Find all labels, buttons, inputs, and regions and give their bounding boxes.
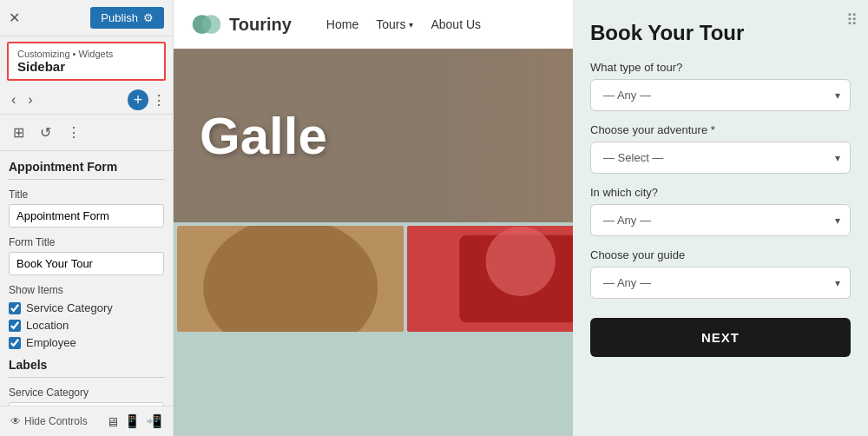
city-label: In which city? [590, 186, 851, 199]
close-button[interactable]: ✕ [9, 10, 20, 26]
publish-label: Publish [101, 11, 138, 24]
preview-logo: Touriny [191, 9, 292, 40]
next-button[interactable]: NEXT [590, 318, 851, 357]
service-category-checkbox-label: Service Category [26, 301, 113, 314]
hide-controls-button[interactable]: 👁 Hide Controls [10, 415, 88, 427]
form-title-label: Form Title [9, 236, 164, 248]
logo-icon [191, 9, 222, 40]
city-field: In which city? — Any — ▾ [590, 186, 851, 236]
location-checkbox-row: Location [9, 319, 164, 332]
service-category-checkbox[interactable] [9, 302, 21, 314]
breadcrumb-title: Sidebar [17, 59, 155, 74]
nav-bar: ‹ › + ⋮ [0, 86, 173, 115]
forward-button[interactable]: › [23, 90, 36, 109]
service-category-label-group: Service Category [9, 386, 164, 406]
eye-icon: 👁 [10, 415, 21, 427]
tour-type-select[interactable]: — Any — [590, 79, 851, 111]
tour-type-field: What type of tour? — Any — ▾ [590, 61, 851, 111]
device-buttons: 🖥 📱 📲 [106, 413, 162, 429]
hide-controls-label: Hide Controls [24, 415, 88, 427]
svg-point-1 [202, 15, 221, 34]
chevron-down-icon: ▾ [409, 20, 413, 30]
service-category-checkbox-row: Service Category [9, 301, 164, 314]
nav-about[interactable]: About Us [431, 17, 481, 31]
guide-select-wrapper: — Any — ▾ [590, 267, 851, 299]
panel-content: Appointment Form Title Form Title Show I… [0, 151, 173, 406]
nav-tours[interactable]: Tours ▾ [376, 17, 413, 31]
more-options-button[interactable]: ⋮ [152, 92, 166, 109]
title-label: Title [9, 188, 164, 201]
image-block-1 [177, 226, 404, 332]
city-select-wrapper: — Any — ▾ [590, 204, 851, 236]
tour-type-select-wrapper: — Any — ▾ [590, 79, 851, 111]
location-checkbox-label: Location [26, 319, 69, 332]
svg-point-18 [486, 227, 556, 296]
gallery-title: Galle [174, 106, 327, 166]
form-title-field-group: Form Title [9, 236, 164, 275]
employee-checkbox-label: Employee [26, 336, 76, 349]
city-select[interactable]: — Any — [590, 204, 851, 236]
adventure-select-wrapper: — Select — ▾ [590, 142, 851, 174]
adventure-select[interactable]: — Select — [590, 142, 851, 174]
widget-menu-button[interactable]: ⋮ [62, 122, 85, 143]
title-input[interactable] [9, 204, 164, 228]
tour-type-label: What type of tour? [590, 61, 851, 74]
guide-select[interactable]: — Any — [590, 267, 851, 299]
preview-nav-links: Home Tours ▾ About Us [326, 17, 481, 31]
labels-section-title: Labels [9, 358, 164, 378]
grid-view-button[interactable]: ⊞ [9, 122, 29, 143]
decorative-dots: ⠿ [846, 10, 858, 30]
booking-title: Book Your Tour [590, 21, 851, 45]
main-area: Touriny Home Tours ▾ About Us Galle [174, 0, 868, 436]
breadcrumb-path: Customizing • Widgets [17, 49, 155, 59]
adventure-field: Choose your adventure * — Select — ▾ [590, 123, 851, 174]
labels-section: Labels Service Category Service [9, 358, 164, 406]
booking-panel: ⠿ Book Your Tour What type of tour? — An… [573, 0, 868, 436]
top-bar: ✕ Publish ⚙ [0, 0, 173, 36]
reorder-button[interactable]: ↺ [36, 122, 56, 143]
show-items-group: Show Items Service Category Location Emp… [9, 284, 164, 349]
adventure-label: Choose your adventure * [590, 123, 851, 136]
employee-checkbox[interactable] [9, 337, 21, 349]
bottom-bar: 👁 Hide Controls 🖥 📱 📲 [0, 406, 173, 436]
show-items-label: Show Items [9, 284, 164, 296]
tablet-view-button[interactable]: 📱 [124, 413, 141, 429]
svg-point-15 [203, 226, 378, 332]
breadcrumb: Customizing • Widgets Sidebar [7, 42, 166, 81]
location-checkbox[interactable] [9, 320, 21, 332]
left-panel: ✕ Publish ⚙ Customizing • Widgets Sideba… [0, 0, 174, 436]
nav-home[interactable]: Home [326, 17, 358, 31]
employee-checkbox-row: Employee [9, 336, 164, 349]
next-label: NEXT [701, 330, 740, 345]
title-field-group: Title [9, 188, 164, 228]
add-widget-button[interactable]: + [128, 89, 148, 110]
publish-button[interactable]: Publish ⚙ [90, 7, 164, 29]
appointment-form-title: Appointment Form [9, 160, 164, 180]
logo-text: Touriny [229, 15, 292, 35]
guide-label: Choose your guide [590, 248, 851, 261]
desktop-view-button[interactable]: 🖥 [106, 413, 119, 429]
back-button[interactable]: ‹ [7, 90, 20, 109]
widget-icons-bar: ⊞ ↺ ⋮ [0, 115, 173, 151]
mobile-view-button[interactable]: 📲 [146, 413, 162, 429]
gear-icon: ⚙ [143, 11, 154, 24]
form-title-input[interactable] [9, 252, 164, 275]
service-category-field-label: Service Category [9, 386, 164, 399]
guide-field: Choose your guide — Any — ▾ [590, 248, 851, 299]
